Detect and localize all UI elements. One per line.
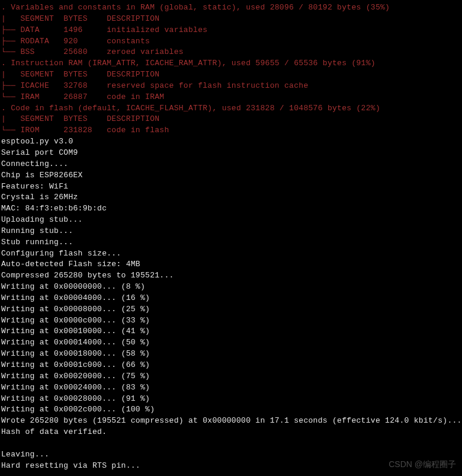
output-line: Writing at 0x00018000... (58 %) (1, 349, 461, 360)
output-line (1, 438, 461, 449)
output-line: Auto-detected Flash size: 4MB (1, 259, 461, 270)
output-line: Running stub... (1, 226, 461, 237)
column-header: | SEGMENT BYTES DESCRIPTION (1, 14, 461, 25)
segment-row: └── IROM 231828 code in flash (1, 125, 461, 136)
output-line: Writing at 0x0001c000... (66 %) (1, 360, 461, 371)
output-line: Writing at 0x00024000... (83 %) (1, 382, 461, 394)
watermark: CSDN @编程圈子 (389, 458, 456, 470)
output-line: Writing at 0x00004000... (16 %) (1, 293, 461, 304)
output-line: Wrote 265280 bytes (195521 compressed) a… (1, 416, 461, 427)
output-line: Writing at 0x00008000... (25 %) (1, 304, 461, 315)
segment-row: └── IRAM 26887 code in IRAM (1, 92, 461, 103)
section-header: . Variables and constants in RAM (global… (1, 2, 461, 14)
output-line: Uploading stub... (1, 215, 461, 226)
output-line: Writing at 0x0002c000... (100 %) (1, 404, 461, 416)
output-line: Compressed 265280 bytes to 195521... (1, 270, 461, 282)
output-line: Writing at 0x0000c000... (33 %) (1, 315, 461, 327)
column-header: | SEGMENT BYTES DESCRIPTION (1, 69, 461, 81)
output-line: Configuring flash size... (1, 248, 461, 260)
output-line: Writing at 0x00020000... (75 %) (1, 371, 461, 382)
output-line: MAC: 84:f3:eb:b6:9b:dc (1, 203, 461, 215)
output-line: Stub running... (1, 237, 461, 248)
segment-row: ├── DATA 1496 initialized variables (1, 25, 461, 36)
segment-row: └── BSS 25680 zeroed variables (1, 47, 461, 58)
segment-row: ├── RODATA 920 constants (1, 36, 461, 47)
section-header: . Instruction RAM (IRAM_ATTR, ICACHE_RAM… (1, 58, 461, 69)
output-line: Crystal is 26MHz (1, 192, 461, 203)
output-line: Features: WiFi (1, 181, 461, 193)
output-line: Writing at 0x00028000... (91 %) (1, 394, 461, 405)
output-line: esptool.py v3.0 (1, 136, 461, 148)
output-line: Connecting.... (1, 159, 461, 170)
output-line: Serial port COM9 (1, 148, 461, 159)
column-header: | SEGMENT BYTES DESCRIPTION (1, 114, 461, 125)
output-line: Writing at 0x00014000... (50 %) (1, 337, 461, 349)
output-line: Writing at 0x00010000... (41 %) (1, 326, 461, 337)
section-header: . Code in flash (default, ICACHE_FLASH_A… (1, 103, 461, 114)
output-line: Writing at 0x00000000... (8 %) (1, 282, 461, 293)
segment-row: ├── ICACHE 32768 reserved space for flas… (1, 81, 461, 92)
output-line: Hash of data verified. (1, 427, 461, 438)
terminal-output: . Variables and constants in RAM (global… (1, 2, 461, 471)
output-line: Chip is ESP8266EX (1, 170, 461, 181)
